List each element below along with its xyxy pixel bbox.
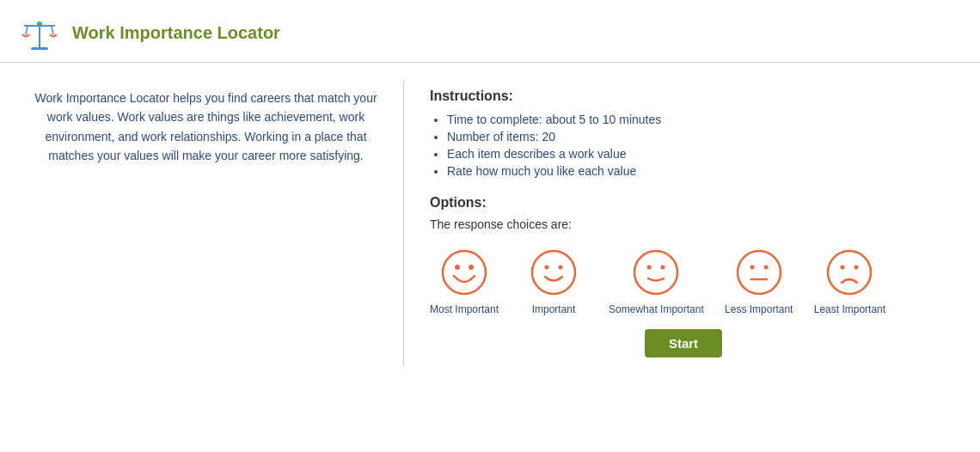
instruction-item: Number of items: 20 bbox=[447, 130, 937, 144]
left-panel: Work Importance Locator helps you find c… bbox=[26, 80, 404, 366]
face-most-important: Most Important bbox=[430, 248, 499, 315]
header: Work Importance Locator bbox=[0, 0, 980, 63]
svg-point-12 bbox=[545, 266, 549, 270]
svg-point-21 bbox=[828, 251, 871, 294]
svg-rect-0 bbox=[39, 26, 40, 48]
svg-point-10 bbox=[469, 265, 474, 270]
main-content: Work Importance Locator helps you find c… bbox=[0, 63, 980, 383]
instruction-item: Each item describes a work value bbox=[447, 147, 937, 161]
somewhat-important-label: Somewhat Important bbox=[609, 303, 704, 315]
svg-point-9 bbox=[455, 265, 460, 270]
svg-point-18 bbox=[750, 266, 754, 270]
app-title: Work Importance Locator bbox=[72, 23, 280, 43]
svg-rect-3 bbox=[24, 25, 55, 27]
svg-point-23 bbox=[854, 266, 859, 270]
svg-point-15 bbox=[647, 266, 652, 270]
face-important: Important bbox=[519, 248, 588, 315]
most-important-label: Most Important bbox=[430, 303, 499, 315]
start-button[interactable]: Start bbox=[645, 329, 722, 357]
faces-row: Most Important Important bbox=[430, 248, 937, 315]
important-label: Important bbox=[532, 303, 576, 315]
neutral-slight-face-icon bbox=[632, 248, 680, 296]
svg-point-22 bbox=[841, 266, 845, 270]
logo-icon bbox=[17, 10, 62, 55]
instructions-title: Instructions: bbox=[430, 89, 937, 104]
happy-face-icon bbox=[530, 248, 578, 296]
less-important-label: Less Important bbox=[725, 303, 793, 315]
svg-point-7 bbox=[50, 34, 57, 36]
svg-point-8 bbox=[443, 251, 486, 294]
very-happy-face-icon bbox=[440, 248, 488, 296]
svg-line-4 bbox=[26, 27, 28, 34]
instructions-list: Time to complete: about 5 to 10 minutes … bbox=[430, 113, 937, 178]
svg-point-14 bbox=[634, 251, 677, 294]
sad-face-icon bbox=[825, 248, 873, 296]
face-least-important: Least Important bbox=[814, 248, 885, 315]
description-text: Work Importance Locator helps you find c… bbox=[34, 89, 377, 166]
instruction-item: Time to complete: about 5 to 10 minutes bbox=[447, 113, 937, 126]
svg-rect-1 bbox=[31, 47, 48, 50]
svg-point-13 bbox=[559, 266, 563, 270]
right-panel: Instructions: Time to complete: about 5 … bbox=[404, 80, 954, 366]
face-somewhat-important: Somewhat Important bbox=[609, 248, 704, 315]
svg-point-17 bbox=[738, 251, 781, 294]
svg-line-5 bbox=[52, 27, 53, 34]
instruction-item: Rate how much you like each value bbox=[447, 164, 937, 178]
svg-point-19 bbox=[763, 266, 768, 270]
options-subtitle: The response choices are: bbox=[430, 217, 937, 231]
options-title: Options: bbox=[430, 195, 937, 211]
neutral-face-icon bbox=[735, 248, 783, 296]
start-button-row: Start bbox=[430, 329, 937, 357]
face-less-important: Less Important bbox=[725, 248, 793, 315]
svg-point-11 bbox=[532, 251, 575, 294]
svg-point-6 bbox=[22, 34, 29, 36]
least-important-label: Least Important bbox=[814, 303, 885, 315]
svg-point-16 bbox=[661, 266, 665, 270]
